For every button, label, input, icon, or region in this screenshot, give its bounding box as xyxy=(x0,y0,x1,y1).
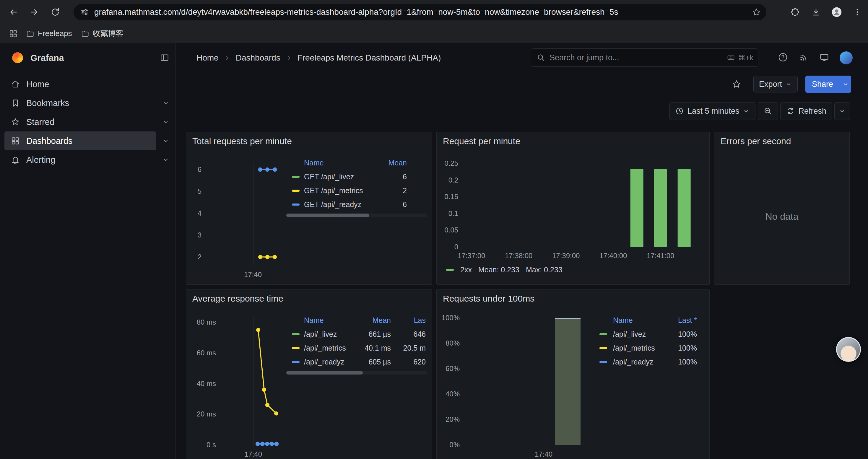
sidebar-item-dashboards[interactable]: Dashboards xyxy=(4,131,156,150)
legend-value: 100% xyxy=(594,341,697,355)
share-menu-button[interactable] xyxy=(840,76,851,93)
favorite-star-icon[interactable] xyxy=(732,79,742,89)
breadcrumb-item[interactable]: Dashboards xyxy=(236,53,280,63)
panel-title[interactable]: Errors per second xyxy=(720,136,791,146)
refresh-icon xyxy=(786,107,795,116)
search-input[interactable]: Search or jump to... ⌘+k xyxy=(531,48,758,67)
legend-value: 100% xyxy=(594,327,697,341)
svg-text:100%: 100% xyxy=(442,314,460,322)
folder-icon xyxy=(81,30,89,38)
chevron-down-icon xyxy=(842,80,849,88)
url-bar[interactable]: grafana.mathmast.com/d/deytv4rwavabkb/fr… xyxy=(73,4,766,21)
refresh-button[interactable]: Refresh xyxy=(780,102,832,120)
bookmark-star-icon[interactable] xyxy=(752,7,761,17)
share-button[interactable]: Share xyxy=(805,76,840,93)
sidebar-item-label: Alerting xyxy=(26,155,55,165)
collapse-sidebar-button[interactable] xyxy=(159,53,169,63)
scrollbar-thumb[interactable] xyxy=(286,214,369,217)
browser-profile-button[interactable] xyxy=(830,5,844,19)
share-split-button: Share xyxy=(805,76,851,93)
legend-value: 2 xyxy=(286,184,407,198)
refresh-label: Refresh xyxy=(798,107,826,116)
search-icon xyxy=(536,53,546,62)
chevron-down-icon[interactable] xyxy=(162,137,170,145)
assistant-avatar[interactable] xyxy=(836,337,861,362)
legend-row: /api/_livez100% xyxy=(594,327,697,341)
legend-header-value[interactable]: Las xyxy=(286,315,426,326)
time-range-label: Last 5 minutes xyxy=(687,107,740,116)
svg-text:17:37:00: 17:37:00 xyxy=(458,252,485,260)
svg-text:0.1: 0.1 xyxy=(448,209,458,218)
breadcrumb-separator-icon xyxy=(223,54,231,62)
sidebar-item-home[interactable]: Home xyxy=(4,75,156,94)
legend-header-value[interactable]: Last * xyxy=(594,315,697,326)
grafana-logo[interactable] xyxy=(12,52,23,63)
sidebar-item-alerting[interactable]: Alerting xyxy=(4,150,156,169)
legend-value: 620 xyxy=(286,355,426,369)
sidebar: Grafana HomeBookmarksStarredDashboardsAl… xyxy=(0,43,176,459)
bookmarks-bar: Freeleaps收藏博客 xyxy=(0,24,868,43)
scrollbar-thumb[interactable] xyxy=(286,371,363,374)
download-button[interactable] xyxy=(809,5,823,19)
help-icon xyxy=(778,52,788,63)
url-text[interactable]: grafana.mathmast.com/d/deytv4rwavabkb/fr… xyxy=(94,7,618,17)
panel-legend: NameMeanLas/api/_livez661 µs646/api/_met… xyxy=(286,315,427,377)
reload-button[interactable] xyxy=(47,4,63,20)
clock-icon xyxy=(675,107,684,116)
legend-series-name[interactable]: 2xx xyxy=(460,266,472,274)
chevron-down-icon xyxy=(839,107,846,114)
forward-button[interactable] xyxy=(26,4,42,20)
legend-value: 646 xyxy=(286,327,426,341)
bookmark-folder-2[interactable]: 收藏博客 xyxy=(81,28,123,39)
legend-row: /api/_readyz100% xyxy=(594,355,697,369)
breadcrumb-item[interactable]: Home xyxy=(196,53,219,63)
svg-text:80%: 80% xyxy=(445,339,460,347)
forward-icon xyxy=(29,7,39,17)
display-button[interactable] xyxy=(819,52,830,64)
panel-errors-per-second: Errors per second No data xyxy=(714,132,850,285)
legend-row: GET /api/_metrics2 xyxy=(286,184,427,198)
sidebar-item-starred[interactable]: Starred xyxy=(4,112,156,131)
news-button[interactable] xyxy=(798,52,809,64)
breadcrumb-item: Freeleaps Metrics Dashboard (ALPHA) xyxy=(298,53,441,63)
bookmark-folder-1[interactable]: Freeleaps xyxy=(26,29,72,38)
sidebar-nav: HomeBookmarksStarredDashboardsAlerting xyxy=(0,75,176,169)
chevron-down-icon[interactable] xyxy=(162,156,170,164)
refresh-interval-button[interactable] xyxy=(834,102,850,120)
export-label: Export xyxy=(759,80,782,89)
search-shortcut: ⌘+k xyxy=(727,54,753,62)
chevron-down-icon[interactable] xyxy=(162,118,170,126)
panel-requests-under-100ms: Requests under 100ms 100%80%60%40%20%0%1… xyxy=(436,289,710,459)
svg-text:2: 2 xyxy=(198,253,202,261)
zoom-out-button[interactable] xyxy=(758,102,778,120)
bookmark-label: Freeleaps xyxy=(38,29,72,38)
rss-icon xyxy=(798,52,809,63)
profile-avatar-icon xyxy=(831,6,843,18)
legend-row: /api/_metrics100% xyxy=(594,341,697,355)
keyboard-icon xyxy=(727,54,735,62)
panel-total-requests-per-minute: Total requests per minute 6543217:40 Nam… xyxy=(186,132,432,285)
time-controls: Last 5 minutes Refresh xyxy=(670,102,850,120)
extensions-button[interactable] xyxy=(788,5,802,19)
panel-legend: NameMeanGET /api/_livez6GET /api/_metric… xyxy=(286,157,427,220)
svg-text:20%: 20% xyxy=(445,415,460,423)
sidebar-item-label: Starred xyxy=(26,117,54,127)
bookmark-items: Freeleaps收藏博客 xyxy=(26,28,123,39)
time-range-picker[interactable]: Last 5 minutes xyxy=(670,102,756,120)
back-button[interactable] xyxy=(5,4,21,20)
help-button[interactable] xyxy=(778,52,788,64)
sidebar-item-bookmarks[interactable]: Bookmarks xyxy=(4,94,156,112)
legend-row: /api/_readyz605 µs620 xyxy=(286,355,427,369)
chevron-down-icon[interactable] xyxy=(162,99,170,107)
legend-header-value[interactable]: Mean xyxy=(286,157,407,168)
browser-menu-button[interactable] xyxy=(850,5,864,19)
legend-value: 20.5 m xyxy=(286,341,426,355)
user-avatar[interactable] xyxy=(840,52,852,64)
legend-scrollbar[interactable] xyxy=(286,371,427,374)
apps-grid-icon[interactable] xyxy=(9,29,18,38)
browser-toolbar: grafana.mathmast.com/d/deytv4rwavabkb/fr… xyxy=(0,0,868,24)
legend-scrollbar[interactable] xyxy=(286,214,427,217)
export-button[interactable]: Export xyxy=(753,76,798,93)
legend-value: 6 xyxy=(286,170,407,184)
site-settings-icon[interactable] xyxy=(80,8,89,17)
